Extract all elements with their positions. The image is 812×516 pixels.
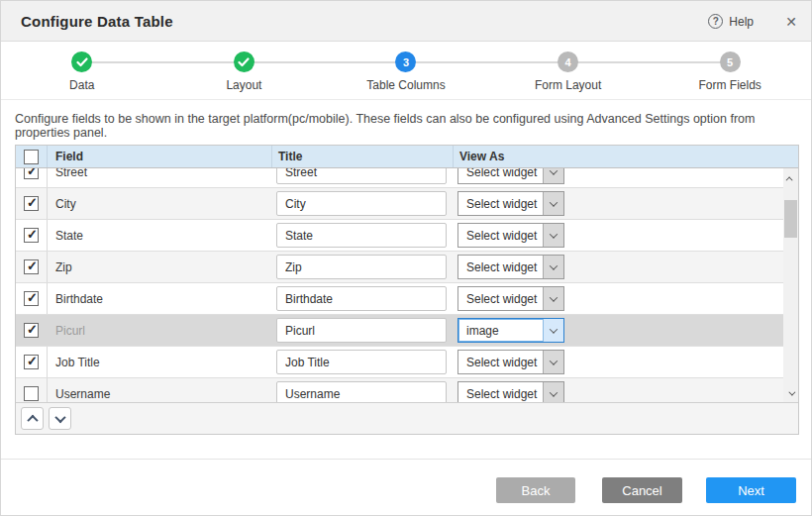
title-cell	[271, 318, 453, 343]
widget-select-value: Select widget	[458, 229, 543, 243]
chevron-down-icon	[550, 388, 558, 396]
table-row-username[interactable]: ✓ Username Select widget	[16, 378, 783, 403]
row-checkbox-cell: ✓	[16, 347, 48, 377]
widget-select[interactable]: Select widget	[457, 191, 564, 216]
description-text: Configure fields to be shown in the targ…	[15, 112, 799, 140]
select-arrow-button[interactable]	[543, 168, 563, 183]
stepper-step-table-columns[interactable]: 3 Table Columns	[325, 42, 487, 99]
title-input[interactable]	[276, 350, 447, 374]
table-row-street[interactable]: ✓ Street Select widget	[16, 168, 783, 188]
chevron-down-icon	[550, 230, 558, 238]
table-row-city[interactable]: ✓ City Select widget	[16, 188, 783, 220]
title-cell	[271, 168, 453, 184]
select-arrow-button[interactable]	[543, 192, 563, 215]
title-input[interactable]	[276, 318, 447, 343]
checkmark-icon: ✓	[27, 259, 38, 272]
row-checkbox[interactable]: ✓	[24, 259, 39, 274]
cancel-button[interactable]: Cancel	[602, 477, 682, 503]
view-as-cell: Select widget	[453, 381, 783, 403]
title-input[interactable]	[276, 255, 447, 279]
title-cell	[271, 286, 453, 311]
move-down-button[interactable]	[49, 407, 71, 430]
field-name-label: Zip	[48, 260, 271, 274]
widget-select-value: image	[458, 324, 543, 338]
widget-select[interactable]: Select widget	[457, 381, 564, 403]
widget-select-value: Select widget	[458, 260, 543, 274]
select-arrow-button[interactable]	[543, 224, 563, 247]
chevron-up-icon	[27, 414, 38, 425]
chevron-down-icon	[54, 411, 65, 422]
vertical-scrollbar[interactable]	[783, 168, 798, 403]
stepper-step-layout[interactable]: Layout	[163, 42, 326, 99]
help-label: Help	[729, 15, 754, 29]
step-circle: 4	[558, 52, 578, 72]
select-arrow-button[interactable]	[543, 351, 563, 373]
help-button[interactable]: ? Help	[708, 1, 754, 42]
select-arrow-button[interactable]	[543, 287, 563, 310]
step-label: Table Columns	[366, 78, 445, 92]
widget-select[interactable]: Select widget	[457, 255, 564, 279]
row-checkbox-cell: ✓	[16, 283, 48, 314]
header-checkbox-cell: ✓	[16, 146, 48, 167]
table-row-birthdate[interactable]: ✓ Birthdate Select widget	[16, 283, 783, 315]
row-checkbox[interactable]: ✓	[24, 168, 39, 179]
view-as-cell: Select widget	[453, 255, 783, 279]
row-checkbox[interactable]: ✓	[24, 355, 39, 369]
footer-divider	[1, 459, 811, 460]
title-input[interactable]	[276, 223, 447, 248]
table-row-zip[interactable]: ✓ Zip Select widget	[16, 252, 783, 283]
stepper-step-data[interactable]: Data	[1, 42, 163, 99]
title-input[interactable]	[276, 191, 447, 216]
title-input[interactable]	[276, 168, 447, 184]
scrollbar-thumb[interactable]	[784, 200, 797, 238]
widget-select[interactable]: Select widget	[457, 286, 564, 311]
check-icon	[76, 57, 88, 67]
configure-data-table-dialog: Configure Data Table ? Help ✕ Data Layou…	[0, 0, 812, 516]
field-name-label: State	[48, 229, 271, 243]
title-input[interactable]	[276, 381, 447, 403]
row-checkbox[interactable]: ✓	[24, 228, 39, 243]
chevron-down-icon	[550, 293, 558, 301]
row-checkbox[interactable]: ✓	[24, 291, 39, 306]
row-checkbox[interactable]: ✓	[24, 196, 39, 211]
table-row-state[interactable]: ✓ State Select widget	[16, 220, 783, 252]
step-label: Data	[69, 78, 94, 92]
widget-select[interactable]: Select widget	[457, 223, 564, 248]
row-checkbox-cell: ✓	[16, 315, 48, 346]
view-as-cell: Select widget	[453, 168, 783, 184]
title-cell	[271, 350, 453, 374]
select-all-checkbox[interactable]: ✓	[24, 150, 39, 164]
widget-select[interactable]: Select widget	[457, 168, 564, 184]
title-cell	[271, 381, 453, 403]
select-arrow-button[interactable]	[543, 382, 563, 403]
title-cell	[271, 255, 453, 279]
move-up-button[interactable]	[21, 407, 44, 430]
widget-select-value: Select widget	[458, 356, 543, 369]
widget-select[interactable]: image	[457, 318, 564, 343]
row-checkbox[interactable]: ✓	[24, 386, 39, 401]
stepper-step-form-layout[interactable]: 4 Form Layout	[487, 42, 650, 99]
chevron-down-icon	[788, 388, 795, 395]
widget-select[interactable]: Select widget	[457, 350, 564, 374]
close-icon[interactable]: ✕	[785, 1, 797, 42]
view-as-cell: Select widget	[453, 223, 783, 248]
view-as-cell: image	[453, 318, 783, 343]
help-icon: ?	[708, 14, 723, 29]
step-circle	[71, 52, 92, 72]
field-name-label: Job Title	[48, 356, 271, 369]
scrollbar-up-button[interactable]	[783, 170, 798, 186]
row-checkbox-cell: ✓	[16, 378, 48, 403]
widget-select-value: Select widget	[458, 387, 543, 401]
select-arrow-button[interactable]	[543, 319, 563, 342]
row-checkbox[interactable]: ✓	[24, 323, 39, 338]
table-row-picurl[interactable]: ✓ Picurl image	[16, 315, 783, 347]
checkmark-icon: ✓	[27, 196, 38, 209]
chevron-down-icon	[550, 325, 558, 333]
next-button[interactable]: Next	[706, 477, 796, 503]
title-input[interactable]	[276, 286, 447, 311]
select-arrow-button[interactable]	[543, 256, 563, 278]
table-row-job-title[interactable]: ✓ Job Title Select widget	[16, 347, 783, 378]
stepper-step-form-fields[interactable]: 5 Form Fields	[649, 42, 811, 99]
back-button[interactable]: Back	[496, 477, 575, 503]
scrollbar-down-button[interactable]	[783, 385, 798, 401]
